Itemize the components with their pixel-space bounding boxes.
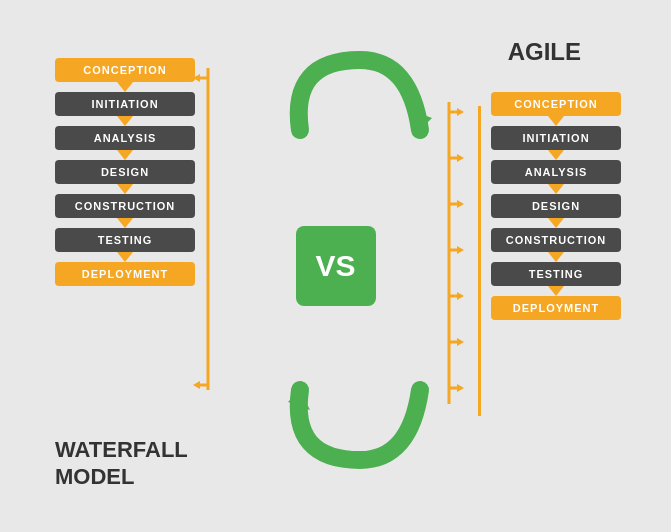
ag-arrow-6 bbox=[548, 286, 564, 296]
ag-label-4: DESIGN bbox=[491, 194, 621, 218]
wf-phase-4: DESIGN bbox=[55, 160, 195, 194]
ag-phase-1: CONCEPTION bbox=[491, 92, 621, 126]
agile-connector bbox=[471, 92, 487, 416]
wf-phase-7: DEPLOYMENT bbox=[55, 262, 195, 286]
ag-arrow-5 bbox=[548, 252, 564, 262]
ag-label-6: TESTING bbox=[491, 262, 621, 286]
wf-arrow-2 bbox=[117, 116, 133, 126]
ag-phase-6: TESTING bbox=[491, 262, 621, 296]
wf-arrow-1 bbox=[117, 82, 133, 92]
ag-label-1: CONCEPTION bbox=[491, 92, 621, 116]
wf-label-3: ANALYSIS bbox=[55, 126, 195, 150]
wf-label-7: DEPLOYMENT bbox=[55, 262, 195, 286]
wf-arrow-6 bbox=[117, 252, 133, 262]
svg-marker-4 bbox=[193, 381, 200, 389]
ag-phase-7: DEPLOYMENT bbox=[491, 296, 621, 320]
svg-marker-7 bbox=[457, 108, 464, 116]
waterfall-boxes: CONCEPTION INITIATION ANALYSIS DESIGN bbox=[55, 58, 217, 286]
wf-phase-3: ANALYSIS bbox=[55, 126, 195, 160]
wf-connector bbox=[201, 58, 217, 72]
wf-arrow-5 bbox=[117, 218, 133, 228]
wf-arrow-4 bbox=[117, 184, 133, 194]
ag-phase-4: DESIGN bbox=[491, 194, 621, 228]
ag-label-3: ANALYSIS bbox=[491, 160, 621, 184]
main-container: CONCEPTION INITIATION ANALYSIS DESIGN bbox=[0, 0, 671, 532]
svg-marker-13 bbox=[457, 246, 464, 254]
svg-marker-20 bbox=[410, 110, 432, 130]
wf-phase-2: INITIATION bbox=[55, 92, 195, 126]
agile-title: AGILE bbox=[508, 38, 581, 66]
vs-box: VS bbox=[296, 226, 376, 306]
vs-label: VS bbox=[315, 249, 355, 283]
waterfall-title: WATERFALL MODEL bbox=[55, 437, 188, 490]
ag-label-5: CONSTRUCTION bbox=[491, 228, 621, 252]
wf-label-1: CONCEPTION bbox=[55, 58, 195, 82]
ag-phase-3: ANALYSIS bbox=[491, 160, 621, 194]
wf-phase-5: CONSTRUCTION bbox=[55, 194, 195, 228]
svg-marker-17 bbox=[457, 338, 464, 346]
wf-label-6: TESTING bbox=[55, 228, 195, 252]
ag-phase-2: INITIATION bbox=[491, 126, 621, 160]
svg-marker-19 bbox=[457, 384, 464, 392]
svg-marker-9 bbox=[457, 154, 464, 162]
svg-marker-15 bbox=[457, 292, 464, 300]
ag-label-2: INITIATION bbox=[491, 126, 621, 150]
ag-arrow-1 bbox=[548, 116, 564, 126]
ag-arrow-4 bbox=[548, 218, 564, 228]
wf-arrow-3 bbox=[117, 150, 133, 160]
ag-arrow-2 bbox=[548, 150, 564, 160]
ag-label-7: DEPLOYMENT bbox=[491, 296, 621, 320]
wf-phase-1: CONCEPTION bbox=[55, 58, 195, 92]
ag-phase-5: CONSTRUCTION bbox=[491, 228, 621, 262]
wf-label-2: INITIATION bbox=[55, 92, 195, 116]
agile-boxes: CONCEPTION INITIATION ANALYSIS DESIGN CO… bbox=[471, 92, 621, 416]
wf-label-4: DESIGN bbox=[55, 160, 195, 184]
svg-marker-21 bbox=[288, 390, 310, 410]
wf-phase-6: TESTING bbox=[55, 228, 195, 262]
agile-section: CONCEPTION INITIATION ANALYSIS DESIGN CO… bbox=[471, 92, 621, 416]
ag-arrow-3 bbox=[548, 184, 564, 194]
waterfall-section: CONCEPTION INITIATION ANALYSIS DESIGN bbox=[55, 58, 217, 286]
svg-marker-11 bbox=[457, 200, 464, 208]
wf-label-5: CONSTRUCTION bbox=[55, 194, 195, 218]
